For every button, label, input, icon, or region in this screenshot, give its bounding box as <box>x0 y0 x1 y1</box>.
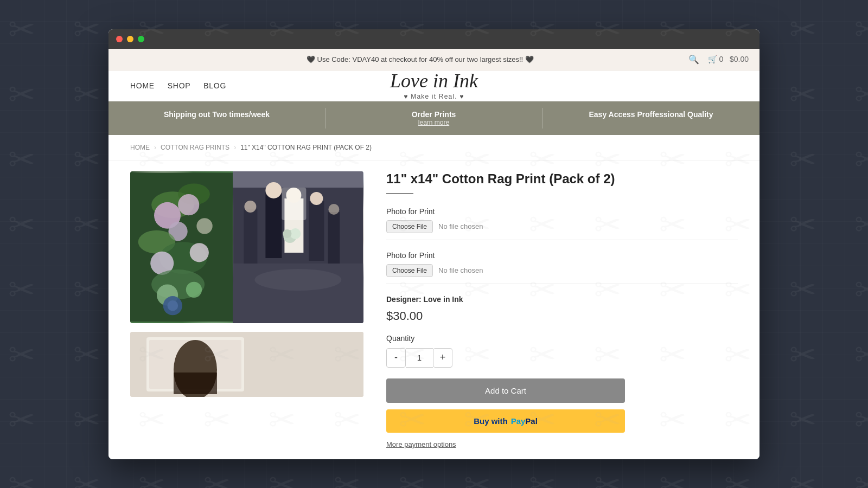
photo-label-1: Photo for Print <box>386 207 738 216</box>
breadcrumb-home[interactable]: HOME <box>130 144 150 151</box>
choose-file-button-1[interactable]: Choose File <box>386 220 433 233</box>
product-second-image <box>130 332 363 397</box>
info-bar: Shipping out Two times/week Order Prints… <box>108 101 760 135</box>
paypal-logo: PayPal <box>511 416 538 426</box>
browser-dot-yellow[interactable] <box>127 36 133 42</box>
add-to-cart-button[interactable]: Add to Cart <box>386 378 625 403</box>
more-payment-link[interactable]: More payment options <box>386 440 738 448</box>
quantity-input[interactable] <box>406 348 433 368</box>
browser-dot-green[interactable] <box>138 36 144 42</box>
breadcrumb: HOME › COTTON RAG PRINTS › 11" X14" COTT… <box>108 135 760 160</box>
quantity-minus-button[interactable]: - <box>386 348 406 368</box>
nav-blog[interactable]: BLOG <box>203 81 226 90</box>
svg-point-13 <box>186 281 202 297</box>
header: HOME SHOP BLOG Love in Ink ♥ Make it Rea… <box>108 70 760 101</box>
announcement-bar: 🖤 Use Code: VDAY40 at checkout for 40% o… <box>108 49 760 70</box>
svg-point-24 <box>310 192 323 205</box>
svg-point-26 <box>245 201 257 213</box>
title-underline <box>386 193 413 194</box>
product-details: 11" x14" Cotton Rag Print (Pack of 2) Ph… <box>369 160 760 459</box>
photo-upload-2: Photo for Print Choose File No file chos… <box>386 251 738 284</box>
svg-rect-22 <box>282 188 307 220</box>
product-area: 11" x14" Cotton Rag Print (Pack of 2) Ph… <box>108 160 760 459</box>
cart-icon[interactable]: 🛒 0 $0.00 <box>708 55 749 63</box>
svg-rect-23 <box>309 201 324 261</box>
quantity-plus-button[interactable]: + <box>433 348 452 368</box>
svg-point-15 <box>168 300 178 311</box>
product-main-image <box>130 171 363 323</box>
infobar-quality: Easy Access Proffessional Quality <box>542 108 760 129</box>
product-images <box>108 160 369 459</box>
product-price: $30.00 <box>386 309 738 323</box>
photo-simulation <box>130 171 363 323</box>
browser-window: 🖤 Use Code: VDAY40 at checkout for 40% o… <box>108 29 760 459</box>
quantity-control: - + <box>386 348 738 368</box>
logo-tagline: ♥ Make it Real. ♥ <box>390 93 478 100</box>
svg-rect-17 <box>233 171 363 188</box>
svg-point-19 <box>266 182 282 198</box>
floral-photo <box>130 171 238 323</box>
svg-rect-18 <box>266 193 282 258</box>
quantity-label: Quantity <box>386 334 738 343</box>
nav-home[interactable]: HOME <box>130 81 155 90</box>
main-nav: HOME SHOP BLOG <box>130 81 226 90</box>
logo-text: Love in Ink <box>390 71 478 91</box>
site-logo: Love in Ink ♥ Make it Real. ♥ <box>390 71 478 100</box>
photo-upload-1: Photo for Print Choose File No file chos… <box>386 207 738 240</box>
svg-point-28 <box>329 204 340 215</box>
infobar-shipping: Shipping out Two times/week <box>108 108 326 129</box>
designer-info: Designer: Love in Ink <box>386 295 738 304</box>
file-input-row-2: Choose File No file chosen <box>386 264 738 284</box>
svg-point-4 <box>178 194 199 215</box>
svg-point-10 <box>190 243 209 262</box>
breadcrumb-current: 11" X14" COTTON RAG PRINT (PACK OF 2) <box>240 144 372 151</box>
paypal-pay: Pay <box>511 416 526 426</box>
svg-point-33 <box>283 229 292 238</box>
photo-label-2: Photo for Print <box>386 251 738 260</box>
svg-rect-25 <box>244 209 258 264</box>
announcement-text: 🖤 Use Code: VDAY40 at checkout for 40% o… <box>152 55 688 63</box>
svg-point-7 <box>196 218 212 234</box>
wedding-scene <box>233 171 363 323</box>
file-input-row-1: Choose File No file chosen <box>386 220 738 240</box>
product-title: 11" x14" Cotton Rag Print (Pack of 2) <box>386 171 738 187</box>
svg-rect-27 <box>328 212 340 264</box>
breadcrumb-cotton[interactable]: COTTON RAG PRINTS <box>161 144 229 151</box>
search-icon[interactable]: 🔍 <box>688 54 699 65</box>
svg-rect-39 <box>174 373 217 394</box>
paypal-button[interactable]: Buy with PayPal <box>386 409 625 433</box>
browser-dot-red[interactable] <box>116 36 123 42</box>
paypal-buy-text: Buy with <box>474 416 508 426</box>
no-file-text-2: No file chosen <box>438 266 483 274</box>
breadcrumb-sep-1: › <box>154 144 156 151</box>
no-file-text-1: No file chosen <box>438 222 483 230</box>
header-icons: 🔍 🛒 0 $0.00 <box>688 54 749 65</box>
browser-chrome <box>108 29 760 49</box>
paypal-pal: Pal <box>525 416 538 426</box>
choose-file-button-2[interactable]: Choose File <box>386 264 433 277</box>
svg-point-30 <box>255 269 342 291</box>
nav-shop[interactable]: SHOP <box>168 81 190 90</box>
breadcrumb-sep-2: › <box>234 144 236 151</box>
infobar-order[interactable]: Order Prints learn more <box>326 108 542 129</box>
